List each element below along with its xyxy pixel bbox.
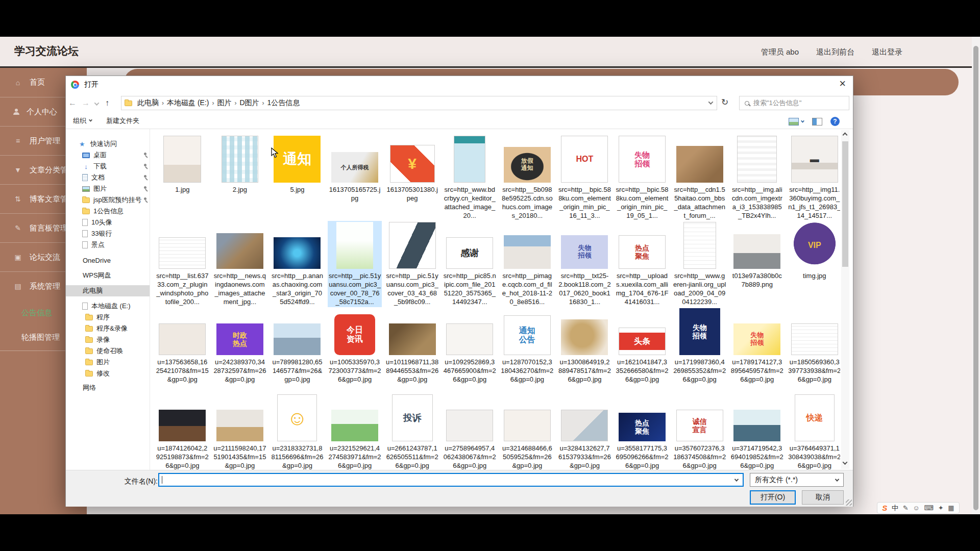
file-item[interactable]: 失物招领u=1719987360,4269855352&fm=26&gp=0.j…: [673, 307, 727, 393]
breadcrumb-item[interactable]: D图片: [236, 98, 262, 108]
dialog-nav-item[interactable]: 10头像: [70, 217, 150, 228]
file-item[interactable]: u=2111598240,1751901435&fm=15&gp=0.jpg: [213, 393, 267, 470]
ime-icon[interactable]: ▦: [948, 504, 954, 512]
dialog-nav-item[interactable]: jsp医院预约挂号: [70, 194, 150, 206]
file-item[interactable]: 失物招领u=1789174127,3895645957&fm=26&gp=0.j…: [730, 307, 784, 393]
file-item[interactable]: VIPtimg.jpg: [788, 221, 840, 307]
file-list-scrollbar[interactable]: [841, 130, 849, 469]
file-item[interactable]: 投诉u=2661243787,1626505511&fm=26&gp=0.jpg: [385, 393, 439, 470]
dialog-nav-item[interactable]: WPS网盘: [70, 270, 150, 281]
file-item[interactable]: src=http__pic.51yuansu.com_pic3_cover_00…: [328, 221, 382, 307]
view-mode-button[interactable]: [789, 118, 804, 126]
filename-dropdown-icon[interactable]: [734, 477, 739, 481]
file-item[interactable]: 1.jpg: [155, 135, 209, 221]
file-item[interactable]: src=http__news.qingdaonews.com_images_at…: [213, 221, 267, 307]
file-item[interactable]: u=1092952869,3467665900&fm=26&gp=0.jpg: [443, 307, 497, 393]
browser-scrollbar-thumb[interactable]: [973, 46, 978, 510]
ime-icon[interactable]: ✦: [938, 504, 944, 512]
file-item[interactable]: src=http__pimage.cqcb.com_d_file_hot_201…: [500, 221, 554, 307]
scrollbar-thumb[interactable]: [842, 141, 848, 267]
new-folder-button[interactable]: 新建文件夹: [106, 116, 139, 126]
ime-icon[interactable]: ⌨: [924, 504, 934, 512]
breadcrumb-item[interactable]: 1公告信息: [264, 98, 303, 108]
ime-toolbar[interactable]: S中✎☺⌨✦▦: [877, 502, 960, 514]
scroll-down-icon[interactable]: [843, 460, 848, 465]
file-item[interactable]: src=http__pic.51yuansu.com_pic3_cover_03…: [385, 221, 439, 307]
open-button[interactable]: 打开(O): [750, 490, 796, 505]
dialog-nav-item[interactable]: 33银行: [70, 228, 150, 239]
file-item[interactable]: 2.jpg: [213, 135, 267, 221]
search-input[interactable]: 搜索"1公告信息": [739, 96, 849, 110]
dialog-titlebar[interactable]: 打开: [66, 76, 853, 93]
file-item[interactable]: src=http__cdn1.55haitao.com_bbs_data_att…: [673, 135, 727, 221]
help-icon[interactable]: ?: [830, 117, 840, 126]
file-item[interactable]: t013e97a380b0c7b889.png: [730, 221, 784, 307]
dialog-nav-item[interactable]: ↓下载: [70, 161, 150, 172]
file-item[interactable]: 头条u=1621041847,3352666580&fm=26&gp=0.jpg: [615, 307, 669, 393]
file-item[interactable]: 失物招领src=http__txt25-2.book118.com_2017_0…: [557, 221, 611, 307]
file-item[interactable]: 失物招领src=http__bpic.588ku.com_element_ori…: [615, 135, 669, 221]
dialog-nav-item[interactable]: 图片: [70, 357, 150, 368]
link-exit-to-front[interactable]: 退出到前台: [816, 47, 854, 57]
ime-icon[interactable]: 中: [892, 504, 898, 513]
dialog-nav-item[interactable]: 景点: [70, 239, 150, 251]
file-item[interactable]: 放假通知src=http__5b0988e595225.cdn.sohucs.c…: [500, 135, 554, 221]
resize-grip[interactable]: [846, 499, 852, 506]
dialog-nav-item[interactable]: 网络: [70, 382, 150, 393]
dialog-nav-item[interactable]: 桌面: [70, 149, 150, 161]
breadcrumb-item[interactable]: 此电脑: [134, 98, 162, 108]
file-item[interactable]: 热点聚焦src=http__uploads.xuexila.com_allimg…: [615, 221, 669, 307]
file-item[interactable]: 今日资讯u=1005335970,3723003773&fm=26&gp=0.j…: [328, 307, 382, 393]
file-item[interactable]: ▬src=http__img11.360buyimg.com_n1_jfs_t1…: [788, 135, 840, 221]
file-item[interactable]: u=789981280,65146577&fm=26&gp=0.jpg: [270, 307, 324, 393]
file-item[interactable]: 热点聚焦u=3558177175,3695096266&fm=26&gp=0.j…: [615, 393, 669, 470]
dialog-nav-item[interactable]: 本地磁盘 (E:): [70, 300, 150, 312]
file-item[interactable]: 个人所得税1613705165725.jpg: [328, 135, 382, 221]
back-icon[interactable]: ←: [66, 98, 79, 108]
recent-locations-icon[interactable]: [94, 101, 99, 106]
breadcrumb-item[interactable]: 图片: [214, 98, 234, 108]
file-item[interactable]: u=3214688466,65059525&fm=26&gp=0.jpg: [500, 393, 554, 470]
file-item[interactable]: src=http__img.alicdn.com_imgextra_i3_153…: [730, 135, 784, 221]
file-item[interactable]: src=http__p.ananas.chaoxing.com_star3_or…: [270, 221, 324, 307]
file-item[interactable]: 时政热点u=242389370,3428732597&fm=26&gp=0.jp…: [213, 307, 267, 393]
file-item[interactable]: HOTsrc=http__bpic.588ku.com_element_orig…: [557, 135, 611, 221]
file-item[interactable]: u=1300864919,2889478517&fm=26&gp=0.jpg: [557, 307, 611, 393]
filename-input[interactable]: [158, 473, 744, 487]
file-item[interactable]: src=http__www.geren-jianli.org_upload_20…: [673, 221, 727, 307]
dialog-nav-item[interactable]: 使命召唤: [70, 345, 150, 357]
scroll-up-icon[interactable]: [843, 133, 848, 138]
file-item[interactable]: 快递u=3764649371,1308439038&fm=26&gp=0.jpg: [788, 393, 840, 470]
file-item[interactable]: src=http_www.bdcrbyy.cn_keditor_attached…: [443, 135, 497, 221]
dialog-nav-item[interactable]: 1公告信息: [70, 206, 150, 217]
up-icon[interactable]: ↑: [101, 98, 114, 108]
preview-pane-icon[interactable]: [812, 118, 822, 126]
dialog-nav-item[interactable]: 录像: [70, 334, 150, 345]
file-item[interactable]: u=2321529621,4274583971&fm=26&gp=0.jpg: [328, 393, 382, 470]
forward-icon[interactable]: →: [79, 98, 92, 108]
ime-icon[interactable]: ✎: [903, 504, 909, 512]
file-item[interactable]: u=1011968711,3889446553&fm=26&gp=0.jpg: [385, 307, 439, 393]
close-icon[interactable]: ×: [839, 78, 846, 89]
organize-button[interactable]: 组织: [73, 116, 92, 126]
dialog-nav-item[interactable]: 文档: [70, 172, 150, 183]
refresh-icon[interactable]: ↻: [721, 97, 728, 108]
file-item[interactable]: src=http__list.63733.com_z_plugin_windsp…: [155, 221, 209, 307]
dialog-nav-item[interactable]: 图片: [70, 183, 150, 194]
cancel-button[interactable]: 取消: [802, 490, 844, 505]
file-item[interactable]: u=2758964957,4062438067&fm=26&gp=0.jpg: [443, 393, 497, 470]
file-item[interactable]: u=1874126042,2925198873&fm=26&gp=0.jpg: [155, 393, 209, 470]
dialog-nav-item[interactable]: 修改: [70, 368, 150, 379]
dialog-nav-item[interactable]: 此电脑: [70, 285, 150, 296]
link-logout[interactable]: 退出登录: [872, 47, 902, 57]
file-item[interactable]: 通知公告u=1287070152,3180436270&fm=26&gp=0.j…: [500, 307, 554, 393]
file-item[interactable]: u=1850569360,3397733938&fm=26&gp=0.jpg: [788, 307, 840, 393]
file-item[interactable]: 诚信宣言u=3576072376,3186374508&fm=26&gp=0.j…: [673, 393, 727, 470]
dialog-nav-item[interactable]: OneDrive: [70, 255, 150, 266]
file-item[interactable]: u=3714719542,3694019852&fm=26&gp=0.jpg: [730, 393, 784, 470]
file-item[interactable]: ¥1613705301380.jpeg: [385, 135, 439, 221]
breadcrumb-item[interactable]: 本地磁盘 (E:): [164, 98, 212, 108]
file-item[interactable]: u=137563658,1625421078&fm=15&gp=0.jpg: [155, 307, 209, 393]
file-item[interactable]: 感谢src=http__pic85.nipic.com_file_2015122…: [443, 221, 497, 307]
dialog-nav-item[interactable]: 程序: [70, 312, 150, 323]
